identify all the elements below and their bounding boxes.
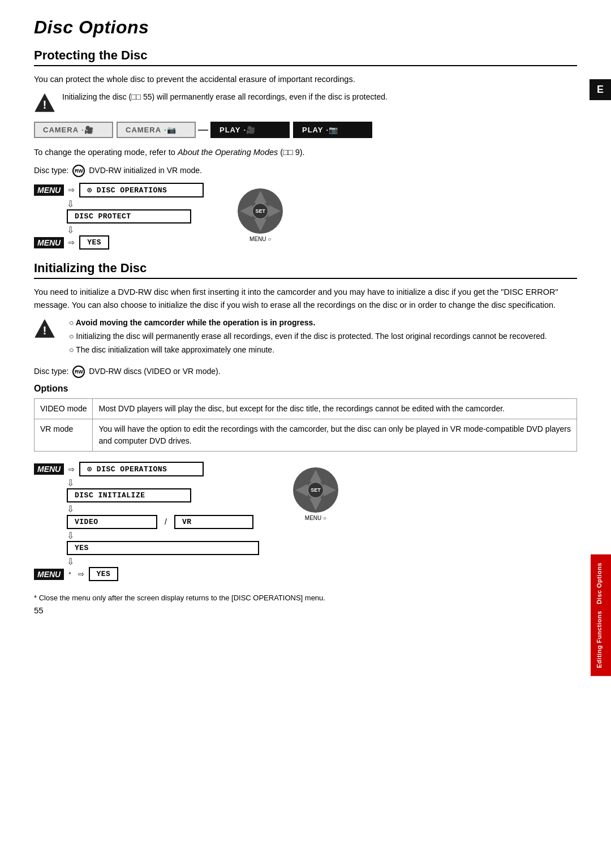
page-title: Disc Options [34,17,577,38]
menu2-box-vr: VR [174,515,253,529]
table-cell-video-mode: VIDEO mode [35,399,93,419]
menu-arrow-1a: ⇨ [68,186,75,194]
menu2-step-1a: MENU ⇨ ⊙ DISC OPERATIONS [34,462,259,476]
menu-box-disc-protect: DISC PROTECT [67,209,191,224]
section1-intro: You can protect the whole disc to preven… [34,73,577,85]
mode-btn-camera-photo-icon: ·📷 [164,126,177,134]
controller-top-1 [254,191,266,203]
warning-text-1: Initializing the disc (□□ 55) will perma… [62,91,388,103]
controller-graphic-2: SET MENU ○ [293,467,338,521]
table-cell-vr-desc: You will have the option to edit the rec… [93,419,577,452]
mode-btn-camera-video: CAMERA ·🎥 [34,122,113,138]
warning-bullets-container: Avoid moving the camcorder while the ope… [62,317,547,358]
mode-btn-play-photo-icon: ·📷 [326,126,338,134]
mode-btn-play-video: PLAY ·🎥 [210,122,290,138]
menu-label-1a: MENU [34,184,64,196]
mode-btn-play-photo-label: PLAY [302,126,323,134]
warn-bullet-1: Avoid moving the camcorder while the ope… [69,317,547,329]
menu-step-1a: MENU ⇨ ⊙ DISC OPERATIONS [34,183,204,197]
side-label-text: Editing Functions Disc Options [596,562,603,668]
menu-nav-2: MENU ⇨ ⊙ DISC OPERATIONS ⇩ DISC INITIALI… [34,462,577,582]
table-cell-video-desc: Most DVD players will play the disc, but… [93,399,577,419]
menu-arrow-1c: ⇨ [68,238,75,247]
down-arrow-2b: ⇩ [34,504,259,514]
menu2-step-1d: YES [34,541,259,555]
controller-bottom-1 [254,219,266,231]
mode-btn-camera-photo-label: CAMERA [126,126,161,134]
down-arrow-2a: ⇩ [34,478,259,488]
disc-type-line-1: Disc type: RW DVD-RW initialized in VR m… [34,165,577,177]
table-row-vr: VR mode You will have the option to edit… [35,419,577,452]
menu-label-below-2: MENU ○ [305,515,326,521]
menu-nav-steps-2: MENU ⇨ ⊙ DISC OPERATIONS ⇩ DISC INITIALI… [34,462,259,582]
options-heading: Options [34,384,577,394]
controller-circle-1: SET [238,188,283,234]
menu2-box-disc-init: DISC INITIALIZE [67,488,191,502]
controller-top-2 [309,470,322,482]
warn-bullet-3: The disc initialization will take approx… [69,344,547,356]
warn-bullets: Avoid moving the camcorder while the ope… [69,317,547,356]
warn-bullet-2: Initializing the disc will permanently e… [69,330,547,342]
menu2-box-video: VIDEO [67,515,157,529]
menu2-step-1e: MENU * ⇨ YES [34,567,259,581]
mode-btn-play-video-label: PLAY [220,126,240,134]
menu2-label-1e: MENU [34,569,64,580]
options-table: VIDEO mode Most DVD players will play th… [34,398,577,452]
controller-left-1 [240,205,252,217]
section2-intro: You need to initialize a DVD-RW disc whe… [34,286,577,311]
tab-letter: E [597,84,604,96]
menu-step-1b: DISC PROTECT [34,209,204,224]
disc-type-line-2: Disc type: RW DVD-RW discs (VIDEO or VR … [34,366,577,378]
footnote: * Close the menu only after the screen d… [34,592,577,604]
warning-box-2: ! Avoid moving the camcorder while the o… [34,317,577,358]
menu-box-yes-1: YES [79,235,109,250]
menu2-star: * [68,571,71,578]
mode-btn-play-video-icon: ·🎥 [243,126,256,134]
warning-icon-2: ! [34,318,55,340]
menu-step-1c: MENU ⇨ YES [34,235,204,250]
table-row-video: VIDEO mode Most DVD players will play th… [35,399,577,419]
controller-right-1 [268,205,281,217]
mode-btn-camera-photo: CAMERA ·📷 [117,122,196,138]
warning-box-1: ! Initializing the disc (□□ 55) will per… [34,91,577,114]
controller-set-2: SET [307,482,324,499]
down-arrow-1a: ⇩ [34,199,204,209]
menu-nav-1: MENU ⇨ ⊙ DISC OPERATIONS ⇩ DISC PROTECT … [34,183,577,251]
side-label: Editing Functions Disc Options [591,555,611,676]
controller-graphic-1: SET MENU ○ [238,188,283,242]
controller-right-2 [324,484,336,496]
mode-btn-play-photo: PLAY ·📷 [293,122,372,138]
rw-badge-2: RW [72,366,85,378]
menu-box-disc-ops-1: ⊙ DISC OPERATIONS [79,183,204,197]
menu2-box-yes2: YES [89,567,119,581]
down-arrow-1b: ⇩ [34,225,204,235]
menu2-box-disc-ops: ⊙ DISC OPERATIONS [79,462,204,476]
operating-mode-note: To change the operating mode, refer to A… [34,146,577,158]
mode-btn-camera-video-label: CAMERA [43,126,79,134]
mode-btn-camera-video-icon: ·🎥 [81,126,94,134]
menu-nav-steps-1: MENU ⇨ ⊙ DISC OPERATIONS ⇩ DISC PROTECT … [34,183,204,251]
rw-badge-1: RW [72,165,85,177]
menu-label-below-1: MENU ○ [249,236,271,242]
down-arrow-2d: ⇩ [34,556,259,567]
menu2-label-1a: MENU [34,463,64,475]
down-arrow-2c: ⇩ [34,530,259,541]
warning-icon-1: ! [34,92,55,114]
mode-sep [198,130,208,131]
menu2-arrow-1e: ⇨ [78,570,84,578]
svg-text:!: ! [43,324,47,337]
page-number: 55 [34,605,44,615]
menu2-step-1c: VIDEO / VR [34,515,259,529]
controller-left-2 [295,484,308,496]
section1-heading: Protecting the Disc [34,48,577,66]
controller-bottom-2 [309,498,322,510]
controller-set-1: SET [252,203,269,220]
menu2-box-yes1: YES [67,541,259,555]
svg-text:!: ! [43,98,47,111]
section-tab-e: E [590,79,611,100]
menu2-slash: / [162,515,170,528]
menu2-step-1b: DISC INITIALIZE [34,488,259,502]
menu2-arrow-1a: ⇨ [68,465,75,474]
section2-heading: Initializing the Disc [34,261,577,279]
mode-buttons-row: CAMERA ·🎥 CAMERA ·📷 PLAY ·🎥 PLAY ·📷 [34,122,577,138]
